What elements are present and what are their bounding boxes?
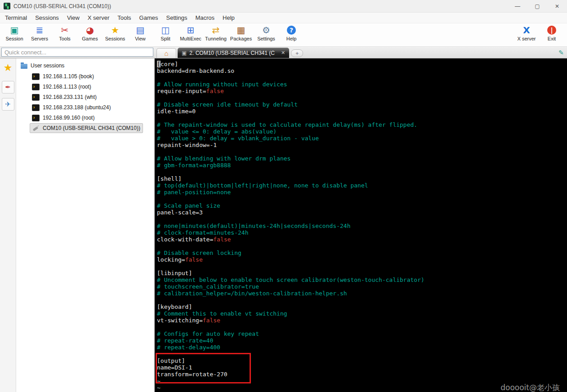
terminal-line: # Configs for auto key repeat [157, 330, 567, 337]
tree-item-com10-usb-serial-ch341-com10[interactable]: COM10 (USB-SERIAL CH341 (COM10)) [30, 123, 143, 133]
tree-item-192-168-233-131-wht[interactable]: ›192.168.233.131 (wht) [30, 92, 99, 102]
tab-terminal-active[interactable]: ▣ 2. COM10 (USB-SERIAL CH341 (C ✕ [178, 48, 289, 58]
toolbar-label: Packages [228, 36, 254, 41]
toolbar-label: X server [514, 36, 539, 41]
pen-icon[interactable]: ✎ [558, 49, 564, 56]
terminal-line: # none|minutes(default)|minutes-24h|seco… [157, 223, 567, 229]
terminal-line: clock-with-date=false [157, 236, 567, 243]
tree-item-192-168-1-113-root[interactable]: ›192.168.1.113 (root) [30, 82, 94, 92]
maximize-button[interactable]: ▢ [527, 0, 547, 12]
menu-item-tools[interactable]: Tools [113, 13, 135, 22]
toolbar-label: Help [279, 36, 304, 41]
toolbar-label: Settings [254, 36, 279, 41]
terminal-line: # Allow blending with lower drm planes [157, 155, 567, 162]
terminal-line: # panel-position=none [157, 189, 567, 196]
tree-root-user-sessions[interactable]: User sessions [18, 61, 152, 71]
toolbar-label: Servers [27, 36, 52, 41]
toolbar-label: Games [77, 36, 103, 41]
terminal-line [157, 243, 567, 249]
toolbar-button-multiexec[interactable]: ⊞MultiExec [178, 25, 203, 46]
tools-icon: ✂ [52, 25, 77, 36]
settings-icon: ⚙ [254, 25, 279, 36]
side-strip: ★ ✒✈ [0, 58, 16, 392]
serial-session-icon [32, 125, 40, 131]
toolbar-button-servers[interactable]: ≣Servers [27, 25, 52, 46]
tree-item-192-168-99-160-root[interactable]: ›192.168.99.160 (root) [30, 113, 97, 123]
macros-panel-button[interactable]: ✈ [2, 98, 14, 111]
terminal-line [157, 169, 567, 175]
tools-panel-button[interactable]: ✒ [2, 81, 14, 94]
toolbar-button-split[interactable]: ◫Split [153, 25, 178, 46]
toolbar-button-session[interactable]: ▣Session [2, 25, 27, 46]
toolbar-button-packages[interactable]: ▦Packages [228, 25, 254, 46]
menu-item-macros[interactable]: Macros [191, 13, 219, 22]
quick-connect-input[interactable] [1, 48, 153, 57]
help-icon: ? [287, 26, 296, 35]
session-label: 192.168.233.131 (wht) [43, 94, 97, 100]
window-title: COM10 (USB-SERIAL CH341 (COM10)) [13, 3, 111, 9]
session-label: 192.168.99.160 (root) [43, 115, 94, 121]
menu-item-view[interactable]: View [63, 13, 84, 22]
tree-root-label: User sessions [31, 62, 64, 69]
toolbar-button-x-server[interactable]: XX server [514, 25, 539, 46]
terminal-line: # Uncomment below to enable touch screen… [157, 276, 567, 283]
terminal-prompt-mark: › [33, 94, 35, 100]
terminal-tab-icon: ▣ [182, 50, 187, 56]
menu-item-x-server[interactable]: X server [84, 13, 113, 22]
toolbar-label: Exit [539, 36, 564, 41]
menu-item-games[interactable]: Games [135, 13, 162, 22]
terminal-line [157, 263, 567, 270]
toolbar-button-sessions[interactable]: ★Sessions [103, 25, 128, 46]
favorites-star-icon[interactable]: ★ [4, 63, 13, 73]
tree-item-192-168-1-105-book[interactable]: ›192.168.1.105 (book) [30, 71, 96, 81]
multiexec-icon: ⊞ [178, 25, 203, 36]
menu-item-terminal[interactable]: Terminal [1, 13, 31, 22]
session-label: 192.168.1.105 (book) [43, 73, 94, 80]
toolbar-button-help[interactable]: ?Help [279, 25, 304, 46]
terminal-line [157, 196, 567, 202]
terminal-line: # value > 0: delay = vblank_duration - v… [157, 135, 567, 142]
terminal-line: [output] [157, 357, 567, 364]
packages-icon: ▦ [228, 25, 254, 36]
toolbar-button-settings[interactable]: ⚙Settings [254, 25, 279, 46]
toolbar-spacer [304, 25, 514, 46]
new-tab-button[interactable]: + [291, 49, 303, 57]
ssh-session-icon: › [32, 94, 40, 101]
session-icon: ▣ [2, 25, 27, 36]
terminal-line: # touchscreen_calibrator=true [157, 283, 567, 290]
terminal-line: idle-time=0 [157, 108, 567, 115]
sessions-icon: ★ [103, 25, 128, 36]
terminal-line: # Scale panel size [157, 202, 567, 209]
toolbar-label: View [128, 36, 153, 41]
terminal-line: panel-scale=3 [157, 209, 567, 216]
menu-item-settings[interactable]: Settings [162, 13, 192, 22]
terminal-line: [libinput] [157, 270, 567, 276]
tab-bar: ⌂ ▣ 2. COM10 (USB-SERIAL CH341 (C ✕ + ✎ [155, 47, 567, 58]
title-bar: ▚ COM10 (USB-SERIAL CH341 (COM10)) — ▢ ✕ [0, 0, 567, 13]
tree-item-192-168-233-188-ubuntu24[interactable]: ›192.168.233.188 (ubuntu24) [30, 102, 113, 112]
toolbar-left: ▣Session≣Servers✂Tools◕Games★Sessions▤Vi… [2, 25, 304, 46]
toolbar-button-view[interactable]: ▤View [128, 25, 153, 46]
tab-home[interactable]: ⌂ [156, 48, 176, 58]
menu-bar: TerminalSessionsViewX serverToolsGamesSe… [0, 13, 567, 23]
toolbar-button-tools[interactable]: ✂Tools [52, 25, 77, 46]
terminal-line: # value <= 0: delay = abs(value) [157, 128, 567, 135]
menu-item-help[interactable]: Help [219, 13, 239, 22]
toolbar-button-tunneling[interactable]: ⇄Tunneling [203, 25, 228, 46]
toolbar-label: Tools [52, 36, 77, 41]
terminal-line [157, 297, 567, 303]
terminal-line: # The repaint-window is used to calculat… [157, 121, 567, 128]
menu-item-sessions[interactable]: Sessions [31, 13, 63, 22]
close-button[interactable]: ✕ [547, 0, 567, 12]
terminal[interactable]: [core]backend=drm-backend.so# Allow runn… [155, 58, 567, 392]
terminal-line: # top(default)|bottom|left|right|none, n… [157, 182, 567, 189]
toolbar-right: XX server|Exit [514, 25, 564, 46]
toolbar-button-exit[interactable]: |Exit [539, 25, 564, 46]
minimize-button[interactable]: — [508, 0, 527, 12]
toolbar-label: Tunneling [203, 36, 228, 41]
session-label: 192.168.233.188 (ubuntu24) [43, 104, 111, 111]
terminal-prompt-mark: › [33, 84, 35, 89]
tab-close-icon[interactable]: ✕ [281, 50, 285, 56]
terminal-line [157, 351, 567, 357]
toolbar-button-games[interactable]: ◕Games [77, 25, 103, 46]
